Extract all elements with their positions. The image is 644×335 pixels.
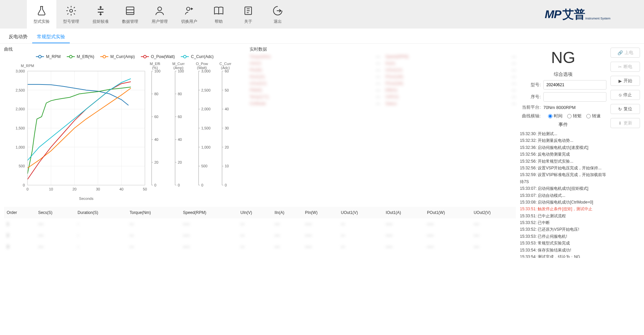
svg-text:500: 500 <box>201 164 207 168</box>
svg-text:40: 40 <box>119 187 123 191</box>
tool-label: 切换用户 <box>181 19 197 24</box>
stop-button[interactable]: ⦸停止 <box>610 90 640 100</box>
chart-title: 曲线 <box>4 46 246 52</box>
tool-data-mgmt[interactable]: 数据管理 <box>115 0 145 29</box>
platform-value: 70Nm 8000RPM <box>543 105 606 110</box>
tool-label: 退出 <box>274 19 282 24</box>
svg-text:Seconds: Seconds <box>79 197 94 201</box>
realtime-title: 实时数据 <box>250 46 516 52</box>
radio-time[interactable]: 时间 <box>548 113 562 119</box>
power-off-button[interactable]: ✂断电 <box>610 62 640 72</box>
download-icon: ⬇ <box>618 121 622 126</box>
tab-standard-test[interactable]: 常规型式实验 <box>32 31 70 43</box>
tab-back-emf[interactable]: 反电动势 <box>4 31 32 43</box>
svg-text:20: 20 <box>72 187 76 191</box>
realtime-grid: Torque(Nm)---Speed(RPM)---UIn(V)---IIn(A… <box>250 54 516 106</box>
svg-point-10 <box>103 55 106 58</box>
serial-input[interactable] <box>543 92 606 102</box>
svg-text:40: 40 <box>154 137 158 142</box>
chart-panel: 曲线 M_RPMM_Effi(%)M_Curr(Amp)O_Pow(Watt)C… <box>4 46 246 203</box>
svg-text:0: 0 <box>154 183 156 187</box>
svg-text:C_Curr: C_Curr <box>219 62 231 66</box>
play-icon: ▶ <box>619 78 622 83</box>
realtime-panel: 实时数据 Torque(Nm)---Speed(RPM)---UIn(V)---… <box>250 46 516 203</box>
tool-label: 帮助 <box>215 19 223 24</box>
svg-text:0: 0 <box>201 183 203 187</box>
tool-exit[interactable]: 退出 <box>263 0 292 29</box>
radio-torque[interactable]: 转矩 <box>567 113 582 119</box>
tool-help[interactable]: 帮助 <box>204 0 233 29</box>
svg-point-12 <box>144 55 146 58</box>
svg-text:30: 30 <box>225 126 229 130</box>
svg-point-0 <box>70 9 73 12</box>
database-icon <box>124 4 136 17</box>
svg-text:1,500: 1,500 <box>201 126 211 130</box>
tool-model-mgmt[interactable]: 型号管理 <box>56 0 86 29</box>
svg-rect-1 <box>126 7 134 15</box>
data-table: OrderSecs(S)Duration(S)Torque(Nm)Speed(R… <box>4 207 516 253</box>
model-select[interactable]: 20240621 <box>543 80 606 90</box>
svg-text:2,000: 2,000 <box>15 107 25 111</box>
refresh-button[interactable]: ⬇更新 <box>610 118 640 128</box>
toolbar-items: 型式实验 型号管理 扭矩较准 数据管理 用户管理 切换用户 帮助 关于 <box>27 0 292 29</box>
power-on-button[interactable]: 🔗上电 <box>610 48 640 58</box>
tool-label: 型号管理 <box>63 19 79 24</box>
tool-about[interactable]: 关于 <box>233 0 263 29</box>
serial-label: 序号: <box>520 94 543 100</box>
svg-text:10: 10 <box>225 164 229 168</box>
tool-label: 扭矩较准 <box>93 19 109 24</box>
link-icon: 🔗 <box>618 50 623 55</box>
start-button[interactable]: ▶开始 <box>610 76 640 86</box>
svg-point-3 <box>186 7 190 10</box>
svg-text:1,000: 1,000 <box>201 145 211 149</box>
svg-text:2,500: 2,500 <box>201 88 211 92</box>
info-icon <box>243 4 254 17</box>
svg-text:(Amp): (Amp) <box>173 66 183 70</box>
svg-text:60: 60 <box>178 115 182 119</box>
reset-button[interactable]: ↻复位 <box>610 104 640 114</box>
svg-text:3,000: 3,000 <box>15 69 25 73</box>
tool-user-mgmt[interactable]: 用户管理 <box>145 0 174 29</box>
svg-text:40: 40 <box>225 107 229 111</box>
chart-legend: M_RPMM_Effi(%)M_Curr(Amp)O_Pow(Watt)C_Cu… <box>4 54 246 59</box>
svg-text:(Watt): (Watt) <box>197 66 207 70</box>
svg-text:0: 0 <box>26 187 29 191</box>
tool-torque-cal[interactable]: 扭矩较准 <box>86 0 115 29</box>
logo-cn: 艾普 <box>562 7 585 22</box>
svg-text:(Adc): (Adc) <box>221 66 230 70</box>
tool-label: 数据管理 <box>122 19 138 24</box>
radio-speed[interactable]: 转速 <box>586 113 601 119</box>
svg-text:O_Pow: O_Pow <box>196 62 208 66</box>
svg-text:20: 20 <box>178 160 182 164</box>
logo-subtitle: Instrument System <box>585 17 610 20</box>
stop-icon: ⦸ <box>619 92 622 98</box>
options-title: 综合选项 <box>520 71 606 77</box>
tool-type-test[interactable]: 型式实验 <box>27 0 56 29</box>
svg-text:10: 10 <box>49 187 53 191</box>
svg-text:80: 80 <box>154 92 158 96</box>
svg-text:M_Curr: M_Curr <box>172 62 185 66</box>
events-title: 事件 <box>520 122 606 128</box>
svg-text:20: 20 <box>154 160 158 164</box>
svg-text:80: 80 <box>178 92 182 96</box>
flask-icon <box>36 4 47 17</box>
result-verdict: NG <box>520 48 606 67</box>
svg-text:M_RPM: M_RPM <box>21 64 34 68</box>
tool-label: 关于 <box>244 19 252 24</box>
model-label: 型号: <box>520 82 543 88</box>
tool-label: 型式实验 <box>34 19 50 24</box>
options-panel: NG 综合选项 型号: 20240621 序号: 当前平台: 70Nm 8000… <box>520 44 610 335</box>
actions-panel: 🔗上电 ✂断电 ▶开始 ⦸停止 ↻复位 ⬇更新 <box>610 44 644 335</box>
gear-icon <box>65 4 77 17</box>
xaxis-label: 曲线横轴: <box>520 113 543 119</box>
svg-text:1,000: 1,000 <box>15 145 25 149</box>
svg-text:0: 0 <box>225 183 227 187</box>
svg-point-6 <box>39 55 41 58</box>
svg-point-8 <box>69 55 72 58</box>
svg-text:(%): (%) <box>152 66 158 70</box>
tool-switch-user[interactable]: 切换用户 <box>174 0 204 29</box>
reset-icon: ↻ <box>618 107 622 112</box>
calibrate-icon <box>95 4 106 17</box>
tool-label: 用户管理 <box>152 19 168 24</box>
svg-text:20: 20 <box>225 145 229 149</box>
